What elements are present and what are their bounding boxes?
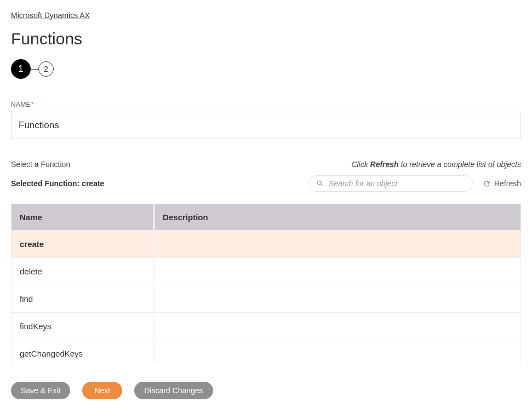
table-row[interactable]: delete [12,257,520,285]
table-row[interactable]: create [12,230,520,257]
cell-description [154,313,520,340]
name-label-text: NAME [11,101,31,108]
cell-description [154,340,520,364]
column-header-name[interactable]: Name [12,204,154,230]
refresh-button[interactable]: Refresh [483,179,521,188]
step-2[interactable]: 2 [38,61,54,77]
cell-name: find [12,285,154,313]
hint-bold: Refresh [370,160,399,169]
refresh-label: Refresh [494,179,521,188]
step-1[interactable]: 1 [11,59,31,79]
action-bar: Save & Exit Next Discard Changes [11,382,521,399]
cell-name: findKeys [12,313,154,340]
table-header-row: Name Description [12,204,520,230]
search-icon [316,180,324,188]
name-input[interactable] [11,112,521,139]
refresh-hint: Click Refresh to retrieve a complete lis… [351,160,521,169]
breadcrumb-link[interactable]: Microsoft Dynamics AX [11,11,521,20]
select-function-label: Select a Function [11,160,70,169]
table-row[interactable]: find [12,285,520,312]
search-wrap [308,175,473,192]
page-title: Functions [11,30,521,48]
hint-prefix: Click [351,160,370,169]
selected-fn-prefix: Selected Function: [11,179,82,188]
cell-name: create [12,231,154,258]
cell-description [154,258,520,285]
next-button[interactable]: Next [82,382,122,399]
hint-suffix: to retrieve a complete list of objects [399,160,521,169]
refresh-icon [483,180,491,188]
table-body[interactable]: createdeletefindfindKeysgetChangedKeys [12,230,520,364]
table-row[interactable]: getChangedKeys [12,340,520,364]
cell-description [154,285,520,313]
name-label: NAME* [11,101,521,108]
search-input[interactable] [308,175,473,192]
selected-fn-value: create [82,179,104,188]
cell-description [154,231,520,258]
step-connector [31,69,38,70]
cell-name: getChangedKeys [12,340,154,364]
table-row[interactable]: findKeys [12,312,520,340]
function-table: Name Description createdeletefindfindKey… [11,204,521,364]
save-exit-button[interactable]: Save & Exit [11,382,70,399]
required-indicator: * [31,101,34,108]
selected-function-label: Selected Function: create [11,179,104,188]
column-header-description[interactable]: Description [154,204,520,230]
cell-name: delete [12,258,154,285]
stepper: 1 2 [11,59,521,79]
discard-button[interactable]: Discard Changes [134,382,213,399]
